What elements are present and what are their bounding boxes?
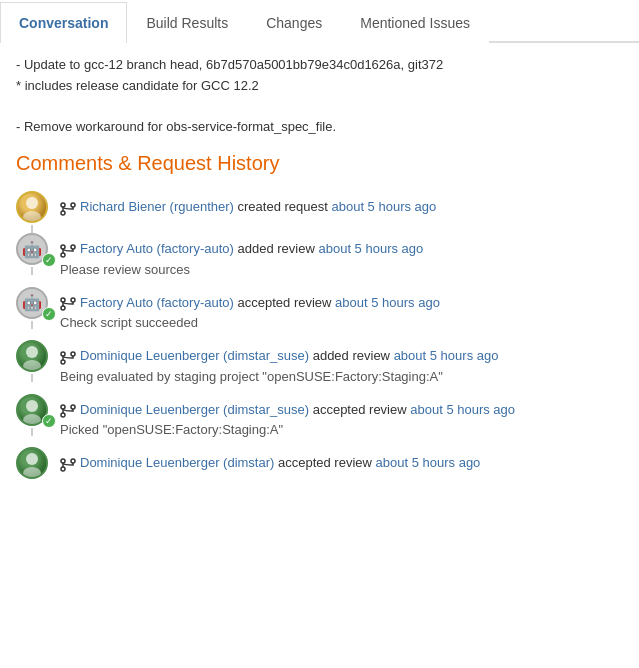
main-content: - Update to gcc-12 branch head, 6b7d570a… [0, 43, 639, 501]
svg-point-0 [26, 197, 38, 209]
check-badge: ✓ [42, 253, 56, 267]
avatar [16, 447, 48, 479]
git-icon [60, 403, 78, 418]
time-link[interactable]: about 5 hours ago [335, 295, 440, 310]
avatar-wrapper: 🤖✓ [16, 233, 54, 265]
avatar-wrapper [16, 191, 54, 223]
history-line: Factory Auto (factory-auto) accepted rev… [60, 287, 623, 331]
svg-point-17 [61, 360, 65, 364]
history-line: Dominique Leuenberger (dimstar_suse) acc… [60, 394, 623, 438]
sub-message: Check script succeeded [60, 315, 623, 330]
svg-point-4 [71, 203, 75, 207]
tab-bar: Conversation Build Results Changes Menti… [0, 0, 639, 43]
svg-point-28 [61, 459, 65, 463]
avatar-inner [18, 193, 46, 221]
svg-point-30 [71, 459, 75, 463]
svg-point-29 [61, 467, 65, 471]
check-badge: ✓ [42, 307, 56, 321]
svg-point-23 [61, 413, 65, 417]
user-link[interactable]: Dominique Leuenberger (dimstar_suse) [80, 402, 309, 417]
user-link[interactable]: Dominique Leuenberger (dimstar_suse) [80, 348, 309, 363]
history-item: 🤖✓Factory Auto (factory-auto) accepted r… [16, 287, 623, 331]
svg-point-3 [61, 211, 65, 215]
avatar-inner [18, 449, 46, 477]
svg-point-15 [23, 360, 41, 370]
tabs-container: Conversation Build Results Changes Menti… [0, 0, 639, 43]
sub-message: Please review sources [60, 262, 623, 277]
desc-line2: * includes release candidate for GCC 12.… [16, 76, 623, 97]
history-item: 🤖✓Factory Auto (factory-auto) added revi… [16, 233, 623, 277]
history-line: Richard Biener (rguenther) created reque… [60, 191, 623, 217]
svg-point-21 [23, 414, 41, 424]
avatar-wrapper [16, 447, 54, 479]
svg-point-27 [23, 467, 41, 477]
sub-message: Being evaluated by staging project "open… [60, 369, 623, 384]
check-badge: ✓ [42, 414, 56, 428]
time-link[interactable]: about 5 hours ago [318, 241, 423, 256]
avatar-wrapper: 🤖✓ [16, 287, 54, 319]
svg-point-24 [71, 405, 75, 409]
section-title: Comments & Request History [16, 152, 623, 175]
svg-point-2 [61, 203, 65, 207]
sub-message: Picked "openSUSE:Factory:Staging:A" [60, 422, 623, 437]
svg-point-11 [61, 306, 65, 310]
history-line: Dominique Leuenberger (dimstar) accepted… [60, 447, 623, 473]
history-meta: Dominique Leuenberger (dimstar_suse) acc… [60, 400, 623, 420]
history-meta: Factory Auto (factory-auto) accepted rev… [60, 293, 623, 313]
time-link[interactable]: about 5 hours ago [331, 199, 436, 214]
svg-point-1 [23, 211, 41, 221]
description-block: - Update to gcc-12 branch head, 6b7d570a… [16, 55, 623, 138]
svg-point-12 [71, 298, 75, 302]
tab-changes[interactable]: Changes [247, 2, 341, 43]
history-line: Dominique Leuenberger (dimstar_suse) add… [60, 340, 623, 384]
svg-point-14 [26, 346, 38, 358]
desc-line4: - Remove workaround for obs-service-form… [16, 117, 623, 138]
git-icon [60, 349, 78, 364]
history-list: Richard Biener (rguenther) created reque… [16, 191, 623, 479]
tab-mentioned-issues[interactable]: Mentioned Issues [341, 2, 489, 43]
git-icon [60, 242, 78, 257]
svg-point-26 [26, 453, 38, 465]
history-item: Dominique Leuenberger (dimstar) accepted… [16, 447, 623, 479]
svg-point-16 [61, 352, 65, 356]
avatar-inner [18, 342, 46, 370]
svg-point-6 [61, 245, 65, 249]
user-link[interactable]: Richard Biener (rguenther) [80, 199, 234, 214]
desc-line1: - Update to gcc-12 branch head, 6b7d570a… [16, 55, 623, 76]
history-meta: Dominique Leuenberger (dimstar) accepted… [60, 453, 623, 473]
svg-point-18 [71, 352, 75, 356]
avatar-wrapper [16, 340, 54, 372]
connector-line [31, 374, 33, 382]
history-meta: Factory Auto (factory-auto) added review… [60, 239, 623, 259]
connector-line [31, 225, 33, 233]
user-link[interactable]: Dominique Leuenberger (dimstar) [80, 455, 274, 470]
tab-build-results[interactable]: Build Results [127, 2, 247, 43]
connector-line [31, 321, 33, 329]
history-item: ✓Dominique Leuenberger (dimstar_suse) ac… [16, 394, 623, 438]
history-meta: Dominique Leuenberger (dimstar_suse) add… [60, 346, 623, 366]
user-link[interactable]: Factory Auto (factory-auto) [80, 241, 234, 256]
avatar [16, 191, 48, 223]
time-link[interactable]: about 5 hours ago [394, 348, 499, 363]
time-link[interactable]: about 5 hours ago [410, 402, 515, 417]
git-icon [60, 296, 78, 311]
connector-line [31, 267, 33, 275]
svg-point-20 [26, 400, 38, 412]
history-item: Richard Biener (rguenther) created reque… [16, 191, 623, 223]
user-link[interactable]: Factory Auto (factory-auto) [80, 295, 234, 310]
time-link[interactable]: about 5 hours ago [376, 455, 481, 470]
history-line: Factory Auto (factory-auto) added review… [60, 233, 623, 277]
connector-line [31, 428, 33, 436]
svg-point-22 [61, 405, 65, 409]
history-meta: Richard Biener (rguenther) created reque… [60, 197, 623, 217]
history-item: Dominique Leuenberger (dimstar_suse) add… [16, 340, 623, 384]
git-icon [60, 200, 78, 215]
avatar [16, 340, 48, 372]
svg-point-8 [71, 245, 75, 249]
svg-point-10 [61, 298, 65, 302]
git-icon [60, 456, 78, 471]
tab-conversation[interactable]: Conversation [0, 2, 127, 43]
avatar-wrapper: ✓ [16, 394, 54, 426]
svg-point-7 [61, 253, 65, 257]
